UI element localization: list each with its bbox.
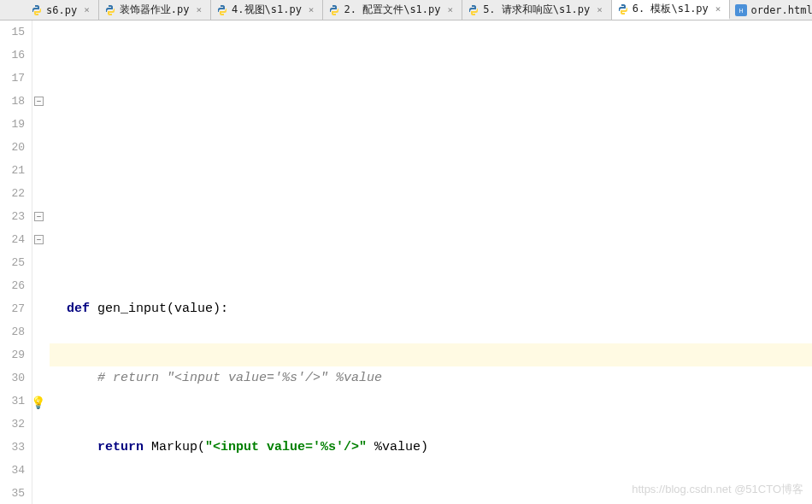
tab-config-s1[interactable]: 2. 配置文件\s1.py ×	[323, 0, 462, 20]
line-number: 27	[0, 297, 25, 320]
line-number: 33	[0, 436, 25, 459]
tab-label: order.html	[750, 4, 812, 16]
line-number: 28	[0, 320, 25, 343]
tab-label: 2. 配置文件\s1.py	[344, 3, 440, 17]
current-line-highlight	[50, 343, 812, 366]
line-number: 17	[0, 67, 25, 90]
close-icon[interactable]: ×	[84, 4, 90, 15]
close-icon[interactable]: ×	[309, 4, 315, 15]
line-number: 16	[0, 44, 25, 67]
line-number: 15	[0, 21, 25, 44]
tab-label: 4.视图\s1.py	[232, 3, 302, 17]
python-icon	[617, 3, 629, 15]
line-number: 34	[0, 459, 25, 482]
tab-view-s1[interactable]: 4.视图\s1.py ×	[211, 0, 323, 20]
line-number: 29	[0, 343, 25, 366]
line-number: 23	[0, 205, 25, 228]
line-number: 25	[0, 251, 25, 274]
fold-toggle-icon[interactable]: −	[34, 235, 44, 244]
close-icon[interactable]: ×	[597, 4, 603, 15]
line-number: 21	[0, 159, 25, 182]
lightbulb-icon[interactable]: 💡	[31, 396, 43, 407]
close-icon[interactable]: ×	[448, 4, 454, 15]
code-line	[67, 228, 812, 251]
close-icon[interactable]: ×	[715, 3, 721, 15]
python-icon	[328, 4, 340, 16]
tab-template-s1[interactable]: 6. 模板\s1.py ×	[612, 0, 731, 20]
line-number: 19	[0, 113, 25, 136]
code-line	[67, 159, 812, 182]
tab-decorator[interactable]: 装饰器作业.py ×	[99, 0, 211, 20]
line-number: 18	[0, 90, 25, 113]
tab-order-html[interactable]: H order.html ×	[730, 0, 812, 20]
line-number: 32	[0, 413, 25, 436]
line-number: 24	[0, 228, 25, 251]
python-icon	[216, 4, 228, 16]
editor-tabs-bar: s6.py × 装饰器作业.py × 4.视图\s1.py × 2. 配置文件\…	[0, 0, 812, 21]
fold-toggle-icon[interactable]: −	[34, 97, 44, 106]
editor-area[interactable]: 15 16 17 18 19 20 21 22 23 24 25 26 27 2…	[0, 21, 812, 504]
folding-column: − − − 💡	[32, 21, 50, 504]
line-number: 22	[0, 182, 25, 205]
close-icon[interactable]: ×	[196, 4, 202, 15]
tab-label: 装饰器作业.py	[120, 3, 190, 17]
code-line: return Markup("<input value='%s'/>" %val…	[67, 436, 812, 459]
code-line: def gen_input(value):	[67, 297, 812, 320]
python-icon	[104, 4, 116, 16]
fold-toggle-icon[interactable]: −	[34, 212, 44, 221]
code-line: # return "<input value='%s'/>" %value	[67, 366, 812, 390]
line-number: 30	[0, 366, 25, 390]
tab-s6[interactable]: s6.py ×	[26, 0, 99, 20]
html-icon: H	[735, 4, 747, 16]
line-number: 20	[0, 136, 25, 159]
python-icon	[468, 4, 480, 16]
tab-label: s6.py	[46, 4, 77, 16]
svg-text:H: H	[739, 8, 744, 14]
tab-label: 6. 模板\s1.py	[633, 2, 709, 16]
tab-reqresp-s1[interactable]: 5. 请求和响应\s1.py ×	[462, 0, 612, 20]
python-icon	[31, 4, 43, 16]
code-line	[67, 90, 812, 113]
tab-label: 5. 请求和响应\s1.py	[483, 3, 590, 17]
line-number: 26	[0, 274, 25, 297]
code-content[interactable]: def gen_input(value): # return "<input v…	[50, 21, 812, 504]
line-number: 31	[0, 390, 25, 413]
line-number: 35	[0, 482, 25, 504]
line-number-gutter: 15 16 17 18 19 20 21 22 23 24 25 26 27 2…	[0, 21, 32, 504]
